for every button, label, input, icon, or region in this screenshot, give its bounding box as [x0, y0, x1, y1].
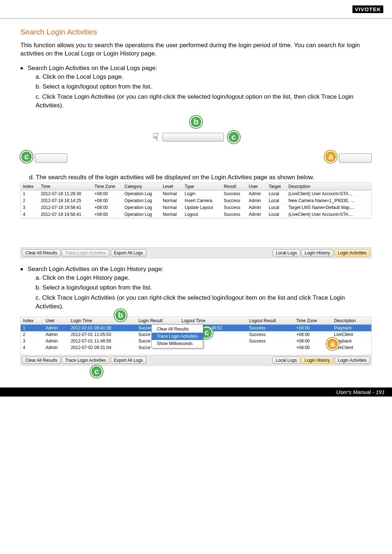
table-row[interactable]: 42012-07-18 19:58:41+08:00Operation LogN…: [21, 211, 371, 218]
col-header: Result: [222, 183, 247, 190]
tab-login-activities-2[interactable]: Login Activities: [335, 357, 370, 364]
login-history-instruction: Search Login Activities on the Login His…: [20, 265, 372, 311]
context-menu: Clear All Results Trace Login Activities…: [151, 324, 203, 348]
clear-results-button-2[interactable]: Clear All Results: [22, 357, 61, 364]
callout-row-bottom: c a: [20, 151, 372, 163]
callout-b-icon: b: [190, 116, 202, 128]
col-header: Level: [160, 183, 183, 190]
col-header: Description: [332, 317, 371, 325]
pointer-icon: ☟: [152, 131, 159, 143]
page-footer: User's Manual - 191: [0, 387, 392, 397]
col-header: Login Time: [69, 317, 136, 325]
col-header: User: [43, 317, 68, 325]
table-row[interactable]: 12012-07-18 11:26:30+08:00Operation LogN…: [21, 190, 371, 197]
context-button-placeholder: [162, 133, 224, 141]
local-logs-table-wrap: IndexTimeTime ZoneCategoryLevelTypeResul…: [20, 182, 372, 218]
step-2a: a. Click on the Login History page.: [36, 274, 372, 282]
table-row[interactable]: 32012-07-18 19:58:41+08:00Operation LogN…: [21, 204, 371, 211]
col-header: Time Zone: [294, 317, 332, 325]
col-header: Time Zone: [92, 183, 122, 190]
col-header: Type: [183, 183, 222, 190]
ctx-trace[interactable]: Trace Login Activities: [152, 333, 203, 340]
tab-local-logs-2[interactable]: Local Logs: [273, 357, 300, 364]
col-header: Index: [21, 183, 39, 190]
tab-login-history-2[interactable]: Login History: [301, 357, 333, 364]
list1-title: Search Login Activities on the Local Log…: [28, 65, 157, 71]
table-row[interactable]: 22012-07-18 16:14:25+08:00Operation LogN…: [21, 197, 371, 204]
intro-paragraph: This function allows you to search the o…: [20, 41, 372, 58]
step-1c: c. Click Trace Login Activities (or you …: [36, 93, 372, 110]
ctx-show-ms[interactable]: Show Milliseconds: [152, 340, 203, 347]
clear-results-button[interactable]: Clear All Results: [22, 249, 61, 257]
login-history-toolbar: Clear All Results Trace Login Activities…: [21, 355, 371, 365]
col-header: Description: [286, 183, 371, 190]
col-header: Time: [39, 183, 93, 190]
callout-c-icon-2: c: [20, 151, 33, 163]
col-header: Login Result: [136, 317, 179, 325]
callout-c-icon-4: c: [90, 365, 103, 378]
export-logs-button-2[interactable]: Export All Logs: [111, 357, 146, 364]
callout-c-icon-1: c: [228, 131, 240, 143]
col-header: User: [246, 183, 266, 190]
step-2b: b. Select a login/logout option from the…: [36, 283, 372, 292]
col-header: Category: [122, 183, 160, 190]
step-1b: b. Select a login/logout option from the…: [36, 82, 372, 91]
tab-local-logs[interactable]: Local Logs: [273, 249, 300, 257]
col-header: Logout Result: [247, 317, 294, 325]
col-header: Target: [266, 183, 286, 190]
export-logs-button[interactable]: Export All Logs: [111, 249, 146, 257]
step-2c: c. Click Trace Login Activities (or you …: [36, 294, 372, 311]
local-logs-instruction: Search Login Activities on the Local Log…: [20, 64, 372, 110]
fake-button-right: [339, 153, 372, 163]
col-header: Index: [21, 317, 43, 325]
trace-login-button-2[interactable]: Trace Login Activities: [62, 357, 109, 364]
callout-a-icon-1: a: [324, 151, 337, 163]
ctx-clear[interactable]: Clear All Results: [152, 325, 203, 333]
list2-title: Search Login Activities on the Login His…: [28, 266, 163, 272]
col-header: Logout Time: [179, 317, 247, 325]
login-history-wrap: b IndexUserLogin TimeLogin ResultLogout …: [20, 317, 372, 366]
step-d: d. The search results of the login activ…: [20, 174, 372, 181]
tab-login-activities[interactable]: Login Activities: [335, 249, 370, 257]
step-1a: a. Click on the Local Logs page.: [36, 73, 372, 81]
tab-login-history[interactable]: Login History: [301, 249, 333, 257]
callout-a-icon-2: a: [326, 338, 339, 350]
trace-login-button: Trace Login Activities: [62, 249, 109, 257]
fake-button-left: [35, 153, 68, 163]
section-title: Search Login Activities: [20, 28, 372, 36]
page-header: VIVOTEK: [0, 0, 392, 19]
local-logs-table: IndexTimeTime ZoneCategoryLevelTypeResul…: [21, 183, 371, 218]
callout-b-icon-2: b: [114, 309, 127, 321]
brand-label: VIVOTEK: [352, 5, 383, 13]
callout-group-top: b ☟ c: [20, 116, 372, 143]
local-logs-toolbar: Clear All Results Trace Login Activities…: [20, 247, 372, 258]
